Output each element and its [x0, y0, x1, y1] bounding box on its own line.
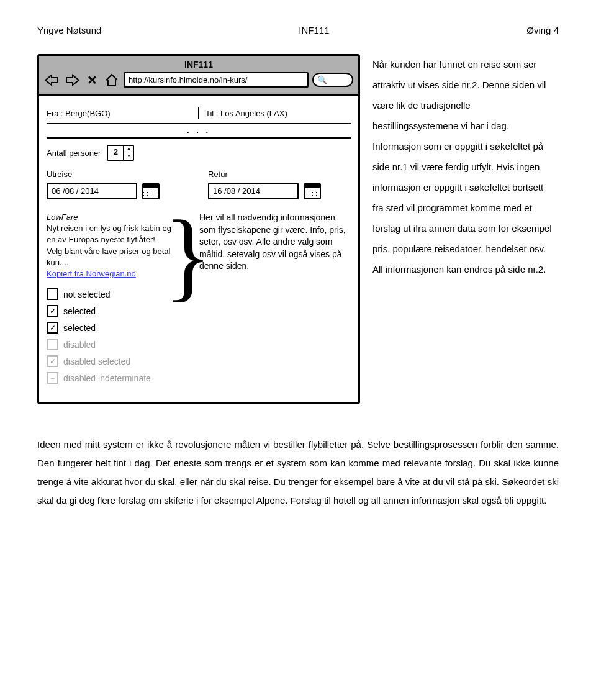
search-icon: 🔍: [317, 75, 327, 84]
route-row: Fra : Berge(BGO) Til : Los Angeles (LAX): [47, 104, 351, 124]
close-icon[interactable]: ✕: [84, 73, 100, 88]
home-icon[interactable]: [104, 73, 120, 88]
persons-row: Antall personer 2 ▲ ▼: [47, 145, 351, 161]
return-label: Retur: [208, 170, 351, 179]
checkbox-icon[interactable]: ✓: [47, 322, 58, 334]
checkbox-label: disabled: [63, 340, 96, 350]
checkbox-icon: [47, 339, 58, 350]
checkbox-label: selected: [63, 306, 96, 316]
checkbox-label: not selected: [63, 289, 111, 299]
fare-source-link[interactable]: Kopiert fra Norwegian.no: [47, 268, 177, 280]
checkbox-list: not selected ✓ selected ✓ selected di: [47, 288, 177, 384]
checkbox-row: ✓ disabled selected: [47, 355, 177, 367]
stepper-up-icon[interactable]: ▲: [124, 146, 133, 153]
checkbox-icon[interactable]: ✓: [47, 305, 58, 317]
checkbox-label: selected: [63, 323, 96, 333]
curly-brace-icon: }: [182, 212, 194, 384]
from-value[interactable]: Berge(BGO): [65, 109, 110, 118]
footer-paragraph: Ideen med mitt system er ikke å revolusj…: [37, 435, 559, 510]
fare-box: LowFare Nyt reisen i en lys og frisk kab…: [47, 212, 177, 280]
return-date-input[interactable]: 16 /08 / 2014: [208, 183, 299, 199]
checkbox-icon[interactable]: [47, 288, 58, 300]
outbound-date-input[interactable]: 06 /08 / 2014: [47, 183, 137, 199]
from-label: Fra :: [47, 109, 63, 118]
checkbox-label: disabled indeterminate: [63, 373, 151, 383]
checkbox-row: disabled: [47, 339, 177, 350]
checkbox-row: − disabled indeterminate: [47, 372, 177, 384]
fare-title: LowFare: [47, 212, 177, 223]
url-input[interactable]: http://kursinfo.himolde.no/in-kurs/: [124, 72, 309, 88]
outbound-label: Utreise: [47, 170, 189, 179]
header-center: INF111: [299, 25, 329, 35]
calendar-icon[interactable]: [304, 183, 321, 199]
persons-value: 2: [108, 146, 124, 160]
page-header: Yngve Nøtsund INF111 Øving 4: [37, 25, 559, 35]
checkbox-icon: ✓: [47, 355, 58, 367]
checkbox-label: disabled selected: [63, 357, 130, 366]
checkbox-row[interactable]: ✓ selected: [47, 305, 177, 317]
browser-title: INF111: [44, 60, 353, 70]
fare-line1: Nyt reisen i en lys og frisk kabin og en…: [47, 223, 177, 245]
checkbox-icon: −: [47, 372, 58, 384]
browser-mockup: INF111 ✕ http://kursinfo.himolde.no/in-k…: [37, 54, 360, 404]
search-box[interactable]: 🔍: [312, 73, 353, 87]
stepper-down-icon[interactable]: ▼: [124, 153, 133, 160]
header-right: Øving 4: [526, 25, 559, 35]
to-value[interactable]: Los Angeles (LAX): [220, 109, 287, 118]
browser-chrome: INF111 ✕ http://kursinfo.himolde.no/in-k…: [39, 56, 358, 96]
calendar-icon[interactable]: [142, 183, 160, 199]
forward-icon[interactable]: [64, 73, 80, 88]
side-paragraph: Når kunden har funnet en reise som ser a…: [372, 54, 553, 280]
header-left: Yngve Nøtsund: [37, 25, 101, 35]
checkbox-row[interactable]: ✓ selected: [47, 322, 177, 334]
persons-label: Antall personer: [47, 148, 101, 158]
checkbox-row[interactable]: not selected: [47, 288, 177, 300]
fare-line2: Velg blant våre lave priser og betal kun…: [47, 246, 177, 268]
dates-row: Utreise 06 /08 / 2014 Retur 16 /08 / 201…: [47, 170, 351, 199]
to-label: Til :: [205, 109, 218, 118]
route-separator: [198, 107, 199, 119]
persons-stepper[interactable]: 2 ▲ ▼: [107, 145, 134, 161]
annotation-text: Her vil all nødvendig informasjonen som …: [199, 212, 351, 273]
mockup-body: Fra : Berge(BGO) Til : Los Angeles (LAX)…: [39, 96, 358, 402]
back-icon[interactable]: [44, 73, 60, 88]
route-expand-dots[interactable]: . . .: [47, 125, 351, 139]
